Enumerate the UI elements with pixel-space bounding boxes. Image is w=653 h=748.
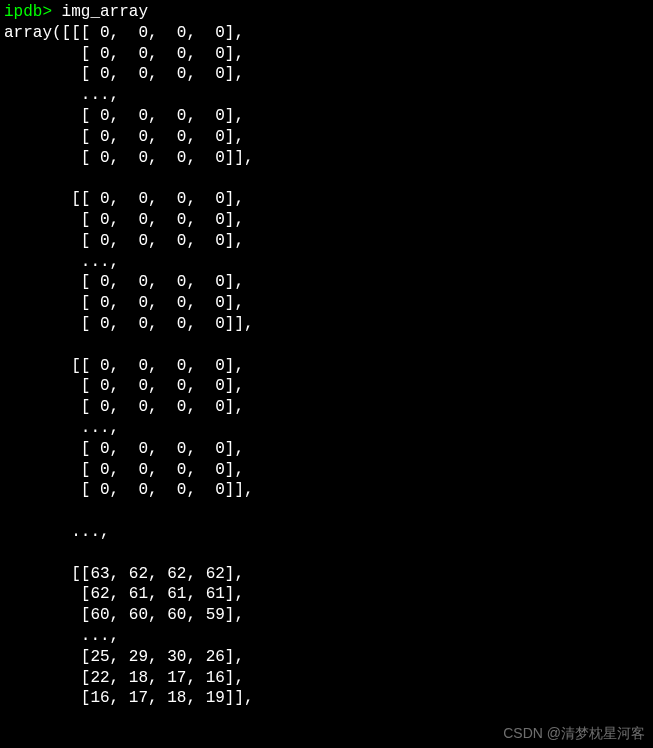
terminal-output[interactable]: ipdb> img_array array([[[ 0, 0, 0, 0], [… [0, 2, 653, 709]
command-text: img_array [62, 3, 148, 21]
ipdb-prompt: ipdb> [4, 3, 62, 21]
csdn-watermark: CSDN @清梦枕星河客 [503, 724, 645, 742]
array-output: array([[[ 0, 0, 0, 0], [ 0, 0, 0, 0], [ … [4, 24, 254, 708]
